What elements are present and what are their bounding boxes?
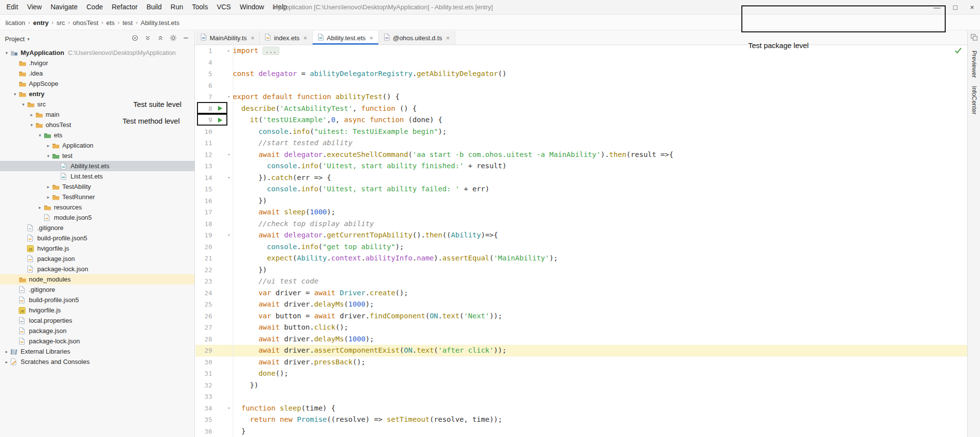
- menu-window[interactable]: Window: [235, 0, 269, 14]
- code-line[interactable]: 15 console.info('Uitest, start ability f…: [196, 183, 967, 195]
- menu-refactor[interactable]: Refactor: [107, 0, 142, 14]
- tree-item-ets[interactable]: ▾ets: [0, 130, 195, 140]
- code-line[interactable]: 36 }: [196, 426, 967, 437]
- tree-item-resources[interactable]: ▸resources: [0, 202, 195, 212]
- code-line[interactable]: 18 //check top display ability: [196, 218, 967, 230]
- tree-item-idea[interactable]: .idea: [0, 68, 195, 78]
- tab-ability-test-ets[interactable]: Ability.test.ets×: [313, 31, 379, 45]
- fold-marker-icon[interactable]: ▸: [225, 45, 233, 57]
- tab-ohos-uitest-d-ts[interactable]: @ohos.uitest.d.ts×: [379, 31, 455, 45]
- tree-item-package-lock-json[interactable]: package-lock.json: [0, 336, 195, 346]
- code-line[interactable]: 27 await button.click();: [196, 322, 967, 334]
- tree-item-hvigor[interactable]: .hvigor: [0, 58, 195, 68]
- tree-item-build-profile-json5[interactable]: build-profile.json5: [0, 233, 195, 243]
- code-line[interactable]: 22 }): [196, 264, 967, 276]
- menu-run[interactable]: Run: [166, 0, 188, 14]
- fold-marker-icon[interactable]: ▾: [225, 149, 233, 161]
- code-line[interactable]: 14▾ }).catch(err => {: [196, 172, 967, 184]
- tree-item-gitignore[interactable]: .gitignore: [0, 284, 195, 295]
- tree-item-list-test-ets[interactable]: List.test.ets: [0, 171, 195, 181]
- tree-item-myapplication[interactable]: ▾MyApplicationC:\Users\lenovo\Desktop\My…: [0, 48, 195, 58]
- tree-item-ability-test-ets[interactable]: Ability.test.ets: [0, 161, 195, 171]
- chevron-right-icon[interactable]: ▸: [45, 184, 52, 189]
- tree-item-hvigorfile-js[interactable]: JShvigorfile.js: [0, 243, 195, 254]
- tree-item-module-json5[interactable]: module.json5: [0, 212, 195, 223]
- code-line[interactable]: 6: [196, 80, 967, 92]
- menu-view[interactable]: View: [23, 0, 46, 14]
- maximize-button[interactable]: □: [953, 0, 957, 15]
- settings-gear-icon[interactable]: [170, 34, 177, 43]
- close-tab-icon[interactable]: ×: [251, 34, 255, 42]
- code-line[interactable]: 5const delegator = abilityDelegatorRegis…: [196, 68, 967, 80]
- tree-item-test[interactable]: ▾test: [0, 151, 195, 161]
- code-line[interactable]: 4: [196, 57, 967, 69]
- fold-marker-icon[interactable]: ▾: [225, 230, 233, 241]
- tree-item-entry[interactable]: ▾entry: [0, 89, 195, 99]
- code-line[interactable]: 9 it('testUiExample',0, async function (…: [196, 114, 967, 126]
- code-line[interactable]: 25 await driver.delayMs(1000);: [196, 299, 967, 310]
- code-line[interactable]: 31 done();: [196, 368, 967, 380]
- chevron-down-icon[interactable]: ▾: [11, 92, 19, 97]
- breadcrumb-item-entry[interactable]: entry: [31, 19, 50, 26]
- minimize-button[interactable]: —: [933, 0, 940, 15]
- project-view-dropdown[interactable]: Project ▾: [5, 35, 30, 43]
- breadcrumb-item-test[interactable]: test: [121, 19, 134, 26]
- code-line[interactable]: 23 //ui test code: [196, 276, 967, 287]
- code-line[interactable]: 24 var driver = await Driver.create();: [196, 287, 967, 299]
- expand-all-icon[interactable]: [144, 34, 151, 43]
- breadcrumb-item-ohostest[interactable]: ohosTest: [72, 19, 100, 26]
- tree-item-local-properties[interactable]: local.properties: [0, 315, 195, 326]
- fold-marker-icon[interactable]: ▾: [225, 91, 233, 103]
- close-tab-icon[interactable]: ×: [446, 34, 450, 42]
- menu-vcs[interactable]: VCS: [212, 0, 235, 14]
- close-tab-icon[interactable]: ×: [369, 34, 373, 42]
- tree-item-testrunner[interactable]: ▸TestRunner: [0, 192, 195, 202]
- collapse-all-icon[interactable]: [157, 34, 164, 43]
- menu-build[interactable]: Build: [142, 0, 166, 14]
- breadcrumb-item-src[interactable]: src: [55, 19, 66, 26]
- code-line[interactable]: 34▾ function sleep(time) {: [196, 403, 967, 414]
- chevron-down-icon[interactable]: ▾: [3, 51, 10, 55]
- tree-item-package-lock-json[interactable]: package-lock.json: [0, 264, 195, 274]
- code-line[interactable]: 13 console.info('Uitest, start ability f…: [196, 160, 967, 172]
- code-line[interactable]: 1▸import ...: [196, 45, 967, 57]
- tree-item-gitignore[interactable]: .gitignore: [0, 223, 195, 233]
- chevron-right-icon[interactable]: ▸: [45, 195, 52, 200]
- breadcrumb-item-ets[interactable]: ets: [105, 19, 116, 26]
- tool-button-previewer[interactable]: Previewer: [971, 51, 978, 78]
- run-test-icon[interactable]: [215, 103, 225, 115]
- chevron-down-icon[interactable]: ▾: [36, 133, 44, 138]
- tool-button-infocenter[interactable]: InfoCenter: [971, 86, 978, 114]
- tree-item-application[interactable]: ▸Application: [0, 140, 195, 151]
- fold-marker-icon[interactable]: ▾: [225, 403, 233, 414]
- chevron-right-icon[interactable]: ▸: [36, 205, 44, 210]
- tab-index-ets[interactable]: index.ets×: [260, 31, 313, 45]
- close-tab-icon[interactable]: ×: [303, 34, 307, 42]
- code-line[interactable]: 30 await driver.pressBack();: [196, 357, 967, 368]
- locate-file-icon[interactable]: [131, 34, 139, 43]
- tool-windows-icon[interactable]: [971, 34, 978, 43]
- tree-item-scratches-and-consoles[interactable]: ▸Scratches and Consoles: [0, 357, 195, 367]
- menu-navigate[interactable]: Navigate: [46, 0, 82, 14]
- code-line[interactable]: 19▾ await delegator.getCurrentTopAbility…: [196, 230, 967, 241]
- chevron-right-icon[interactable]: ▸: [28, 112, 35, 117]
- chevron-down-icon[interactable]: ▾: [28, 123, 35, 128]
- editor[interactable]: 1▸import ...45const delegator = abilityD…: [196, 45, 967, 437]
- menu-edit[interactable]: Edit: [2, 0, 23, 14]
- code-line[interactable]: 35 return new Promise((resolve) => setTi…: [196, 414, 967, 426]
- chevron-right-icon[interactable]: ▸: [3, 349, 10, 354]
- tree-item-appscope[interactable]: AppScope: [0, 78, 195, 89]
- tree-item-external-libraries[interactable]: ▸External Libraries: [0, 346, 195, 357]
- tab-mainability-ts[interactable]: MainAbility.ts×: [196, 31, 260, 45]
- code-line[interactable]: 33: [196, 391, 967, 403]
- run-test-icon[interactable]: [215, 114, 225, 126]
- menu-tools[interactable]: Tools: [188, 0, 213, 14]
- code-line[interactable]: 11 //start tested ability: [196, 137, 967, 149]
- code-line[interactable]: 20 console.info("get top ability");: [196, 241, 967, 253]
- tree-item-node-modules[interactable]: node_modules: [0, 274, 195, 284]
- breadcrumb-item-ability-test-ets[interactable]: Ability.test.ets: [139, 19, 181, 26]
- code-line[interactable]: 26 var button = await driver.findCompone…: [196, 310, 967, 322]
- code-line[interactable]: 16 }): [196, 195, 967, 207]
- breadcrumb-item-lication[interactable]: lication: [4, 19, 26, 26]
- code-line[interactable]: 8 describe('ActsAbilityTest', function (…: [196, 103, 967, 115]
